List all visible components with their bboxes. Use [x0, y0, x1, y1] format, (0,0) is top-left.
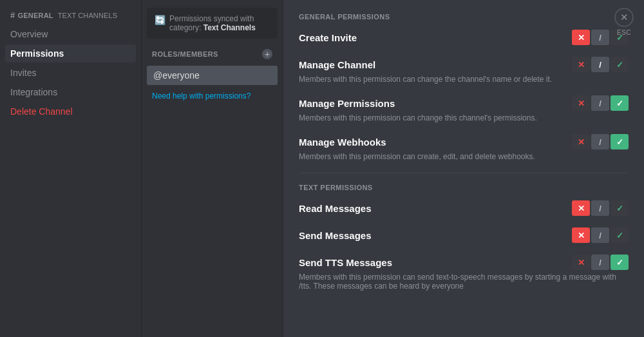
- esc-label: ESC: [617, 29, 631, 36]
- sidebar-item-overview[interactable]: Overview: [5, 25, 136, 43]
- permission-name-send-messages: Send Messages: [299, 230, 372, 241]
- permission-name-read-messages: Read Messages: [299, 203, 372, 214]
- add-role-button[interactable]: +: [262, 49, 272, 59]
- permission-row-manage-webhooks: Manage Webhooks✕/✓Members with this perm…: [299, 134, 629, 161]
- permission-row-send-tts-messages: Send TTS Messages✕/✓Members with this pe…: [299, 255, 629, 291]
- deny-btn-create-invite[interactable]: ✕: [572, 30, 590, 45]
- general-permissions-header: GENERAL PERMISSIONS: [299, 13, 629, 21]
- roles-members-label: ROLES/MEMBERS: [152, 50, 218, 58]
- deny-btn-manage-permissions[interactable]: ✕: [572, 95, 590, 111]
- permission-row-manage-channel: Manage Channel✕/✓Members with this permi…: [299, 57, 629, 84]
- sidebar: # GENERAL TEXT CHANNELS OverviewPermissi…: [0, 0, 142, 337]
- help-link[interactable]: Need help with permissions?: [147, 86, 278, 106]
- toggle-group-manage-webhooks: ✕/✓: [572, 134, 629, 149]
- permission-desc-manage-permissions: Members with this permission can change …: [299, 113, 629, 122]
- permission-row-create-invite: Create Invite✕/✓: [299, 30, 629, 45]
- sidebar-section-sub: TEXT CHANNELS: [58, 12, 117, 19]
- roles-members-header: ROLES/MEMBERS +: [147, 46, 278, 62]
- allow-btn-read-messages[interactable]: ✓: [611, 200, 629, 216]
- sync-notice: 🔄 Permissions synced with category: Text…: [147, 8, 278, 39]
- toggle-group-manage-channel: ✕/✓: [572, 57, 629, 72]
- allow-btn-manage-permissions[interactable]: ✓: [611, 95, 629, 111]
- sidebar-item-integrations[interactable]: Integrations: [5, 83, 136, 101]
- text-permissions-list: Read Messages✕/✓Send Messages✕/✓Send TTS…: [299, 200, 629, 291]
- main-panel: ✕ ESC GENERAL PERMISSIONS Create Invite✕…: [283, 0, 644, 337]
- permission-row-send-messages: Send Messages✕/✓: [299, 227, 629, 243]
- permission-desc-manage-channel: Members with this permission can change …: [299, 75, 629, 84]
- toggle-group-read-messages: ✕/✓: [572, 200, 629, 216]
- allow-btn-send-tts-messages[interactable]: ✓: [611, 255, 629, 270]
- esc-circle-icon: ✕: [614, 8, 634, 27]
- sidebar-section-header: # GENERAL TEXT CHANNELS: [5, 10, 136, 25]
- deny-btn-send-messages[interactable]: ✕: [572, 227, 590, 243]
- deny-btn-read-messages[interactable]: ✕: [572, 200, 590, 216]
- general-permissions-list: Create Invite✕/✓Manage Channel✕/✓Members…: [299, 30, 629, 161]
- allow-btn-send-messages[interactable]: ✓: [611, 227, 629, 243]
- permission-row-read-messages: Read Messages✕/✓: [299, 200, 629, 216]
- deny-btn-manage-channel[interactable]: ✕: [572, 57, 590, 72]
- deny-btn-manage-webhooks[interactable]: ✕: [572, 134, 590, 149]
- neutral-btn-manage-webhooks[interactable]: /: [591, 134, 609, 149]
- middle-panel: 🔄 Permissions synced with category: Text…: [142, 0, 283, 337]
- toggle-group-send-messages: ✕/✓: [572, 227, 629, 243]
- neutral-btn-manage-permissions[interactable]: /: [591, 95, 609, 111]
- permission-name-create-invite: Create Invite: [299, 32, 357, 43]
- neutral-btn-create-invite[interactable]: /: [591, 30, 609, 45]
- sync-category: Text Channels: [204, 23, 256, 32]
- esc-button[interactable]: ✕ ESC: [614, 8, 634, 36]
- toggle-group-send-tts-messages: ✕/✓: [572, 255, 629, 270]
- permission-desc-manage-webhooks: Members with this permission can create,…: [299, 152, 629, 161]
- sync-icon: 🔄: [155, 15, 166, 25]
- deny-btn-send-tts-messages[interactable]: ✕: [572, 255, 590, 270]
- neutral-btn-send-tts-messages[interactable]: /: [591, 255, 609, 270]
- neutral-btn-send-messages[interactable]: /: [591, 227, 609, 243]
- permission-name-manage-permissions: Manage Permissions: [299, 98, 395, 109]
- permission-name-manage-channel: Manage Channel: [299, 59, 375, 70]
- permission-desc-send-tts-messages: Members with this permission can send te…: [299, 273, 629, 291]
- sidebar-items: OverviewPermissionsInvitesIntegrationsDe…: [5, 25, 136, 120]
- text-permissions-header: TEXT PERMISSIONS: [299, 184, 629, 191]
- neutral-btn-read-messages[interactable]: /: [591, 200, 609, 216]
- permission-name-send-tts-messages: Send TTS Messages: [299, 257, 392, 268]
- role-everyone[interactable]: @everyone: [147, 66, 278, 85]
- sidebar-item-invites[interactable]: Invites: [5, 64, 136, 82]
- allow-btn-manage-channel[interactable]: ✓: [611, 57, 629, 72]
- sidebar-item-permissions[interactable]: Permissions: [5, 44, 136, 63]
- permissions-divider: [299, 173, 629, 173]
- sync-text: Permissions synced with category: Text C…: [169, 14, 270, 32]
- permission-name-manage-webhooks: Manage Webhooks: [299, 137, 386, 148]
- hash-icon: #: [10, 10, 15, 20]
- permission-row-manage-permissions: Manage Permissions✕/✓Members with this p…: [299, 95, 629, 122]
- sidebar-section-label: GENERAL: [17, 12, 53, 19]
- toggle-group-manage-permissions: ✕/✓: [572, 95, 629, 111]
- allow-btn-manage-webhooks[interactable]: ✓: [611, 134, 629, 149]
- neutral-btn-manage-channel[interactable]: /: [591, 57, 609, 72]
- sidebar-item-delete-channel[interactable]: Delete Channel: [5, 102, 136, 120]
